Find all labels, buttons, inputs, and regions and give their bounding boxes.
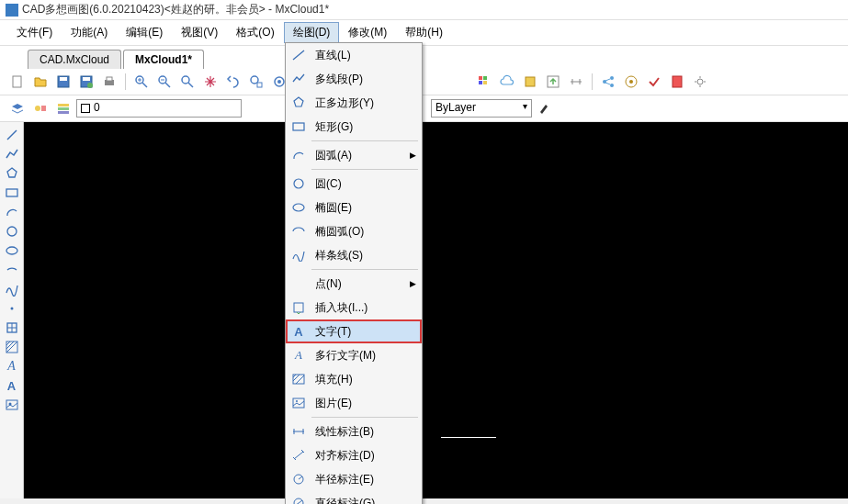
tool-a-icon[interactable]: [520, 72, 540, 92]
share-icon[interactable]: [598, 72, 618, 92]
zoom-extents-icon[interactable]: [177, 72, 198, 92]
svg-point-47: [6, 247, 17, 254]
menu-item-rectangle[interactable]: 矩形(G): [286, 115, 422, 139]
open-file-icon[interactable]: [30, 72, 51, 92]
menu-item-polygon[interactable]: 正多边形(Y): [286, 91, 422, 115]
menu-help[interactable]: 帮助(H): [396, 22, 452, 43]
draw-tool-strip: A A: [0, 122, 24, 498]
menu-item-spline[interactable]: 样条线(S): [286, 243, 422, 267]
menu-item-image[interactable]: 图片(E): [286, 391, 422, 415]
submenu-arrow-icon: ▶: [410, 279, 416, 288]
svg-point-5: [87, 83, 93, 88]
text-tool-icon[interactable]: A: [3, 376, 21, 395]
svg-line-13: [165, 83, 170, 87]
svg-line-65: [293, 375, 300, 381]
export-icon[interactable]: [543, 72, 563, 92]
svg-line-72: [294, 452, 303, 459]
block-tool-icon[interactable]: [3, 319, 21, 337]
document-tabs: CAD.MxCloud MxCloud1*: [0, 46, 848, 69]
menu-item-radius-dim[interactable]: 半径标注(E): [286, 467, 422, 491]
svg-point-20: [277, 80, 281, 84]
settings-icon[interactable]: [690, 72, 710, 92]
save-icon[interactable]: [53, 72, 73, 92]
menu-edit[interactable]: 编辑(E): [117, 22, 172, 43]
tab-cad-mxcloud[interactable]: CAD.MxCloud: [28, 50, 121, 69]
menu-item-insert-block[interactable]: 插入块(I...): [286, 296, 422, 319]
mtext-icon: A: [289, 347, 308, 364]
svg-point-36: [629, 80, 633, 84]
svg-line-78: [295, 500, 302, 504]
menu-file[interactable]: 文件(F): [7, 22, 62, 43]
text-icon: A: [289, 323, 308, 340]
svg-rect-43: [58, 111, 69, 114]
svg-point-15: [182, 76, 189, 84]
new-file-icon[interactable]: [7, 72, 28, 92]
print-icon[interactable]: [99, 72, 119, 92]
layers-icon[interactable]: [7, 98, 28, 118]
cloud-icon[interactable]: [497, 72, 517, 92]
svg-rect-45: [6, 189, 17, 196]
menu-function[interactable]: 功能(A): [62, 22, 117, 43]
spline-tool-icon[interactable]: [3, 280, 21, 298]
svg-rect-40: [41, 106, 46, 111]
layer-selector[interactable]: 0: [76, 99, 242, 118]
menu-item-diameter-dim[interactable]: 直径标注(G): [286, 491, 422, 504]
circle-tool-icon[interactable]: [3, 222, 21, 241]
line-icon: [289, 47, 308, 63]
radius-dim-icon: [289, 471, 308, 487]
menu-modify[interactable]: 修改(M): [339, 22, 396, 43]
svg-line-58: [293, 50, 304, 60]
svg-rect-7: [107, 77, 112, 81]
menu-item-point[interactable]: 点(N) ▶: [286, 272, 422, 296]
menu-item-aligned-dim[interactable]: 对齐标注(D): [286, 443, 422, 467]
svg-rect-25: [526, 77, 535, 86]
menu-item-linear-dim[interactable]: 线性标注(B): [286, 420, 422, 443]
tab-mxcloud1[interactable]: MxCloud1*: [123, 50, 204, 69]
zoom-window-icon[interactable]: [246, 72, 266, 92]
svg-line-76: [299, 476, 302, 479]
menu-bar: 文件(F) 功能(A) 编辑(E) 视图(V) 格式(O) 绘图(D) 修改(M…: [0, 19, 848, 46]
menu-item-arc[interactable]: 圆弧(A) ▶: [286, 143, 422, 167]
check-icon[interactable]: [644, 72, 664, 92]
menu-item-ellipse[interactable]: 椭圆(E): [286, 196, 422, 219]
layer-states-icon[interactable]: [30, 98, 51, 118]
menu-item-hatch[interactable]: 填充(H): [286, 367, 422, 391]
menu-item-line[interactable]: 直线(L): [286, 43, 422, 67]
menu-item-text[interactable]: A 文字(T): [286, 319, 422, 343]
arc-icon: [289, 147, 308, 163]
arc-tool-icon[interactable]: [3, 203, 21, 221]
layer-manager-icon[interactable]: [53, 98, 73, 118]
dim-icon[interactable]: [566, 72, 586, 92]
line-tool-icon[interactable]: [3, 126, 21, 144]
pan-icon[interactable]: [200, 72, 220, 92]
zoom-in-icon[interactable]: [131, 72, 152, 92]
save-as-icon[interactable]: [76, 72, 96, 92]
hatch-tool-icon[interactable]: [3, 338, 21, 356]
linetype-selector[interactable]: ByLayer: [431, 99, 532, 118]
point-tool-icon[interactable]: [3, 299, 21, 318]
polyline-tool-icon[interactable]: [3, 145, 21, 163]
draw-menu-dropdown: 直线(L) 多线段(P) 正多边形(Y) 矩形(G) 圆弧(A) ▶ 圆(C) …: [285, 42, 423, 504]
menu-item-polyline[interactable]: 多线段(P): [286, 67, 422, 91]
ellipse-arc-tool-icon[interactable]: [3, 261, 21, 279]
undo-icon[interactable]: [223, 72, 243, 92]
menu-view[interactable]: 视图(V): [172, 22, 227, 43]
pdf-icon[interactable]: [667, 72, 687, 92]
color-icon[interactable]: [535, 98, 555, 118]
palette-icon[interactable]: [474, 72, 494, 92]
menu-item-mtext[interactable]: A 多行文字(M): [286, 343, 422, 367]
polygon-tool-icon[interactable]: [3, 164, 21, 183]
menu-item-circle[interactable]: 圆(C): [286, 172, 422, 196]
disc-icon[interactable]: [621, 72, 641, 92]
menu-draw[interactable]: 绘图(D): [284, 22, 340, 43]
zoom-out-icon[interactable]: [154, 72, 175, 92]
ellipse-tool-icon[interactable]: [3, 241, 21, 260]
drawing-canvas[interactable]: [24, 122, 848, 498]
image-tool-icon[interactable]: [3, 396, 21, 414]
menu-format[interactable]: 格式(O): [227, 22, 283, 43]
mtext-tool-icon[interactable]: A: [3, 357, 21, 375]
rectangle-tool-icon[interactable]: [3, 184, 21, 202]
svg-rect-18: [257, 83, 262, 87]
menu-item-ellipse-arc[interactable]: 椭圆弧(O): [286, 219, 422, 243]
title-bar: CAD多想画图(6.0.20210423)<姓赵的研。非会员> - MxClou…: [0, 0, 848, 19]
